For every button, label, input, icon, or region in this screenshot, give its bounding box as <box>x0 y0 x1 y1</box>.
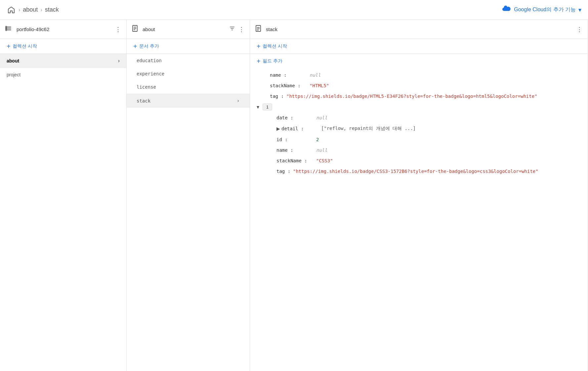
field-id: id : 2 <box>250 134 588 145</box>
field-value-detail: ["reflow, repaint의 개념에 대해 ...] <box>321 126 416 132</box>
main-content: portfolio-49c62 ⋮ + 컬렉션 시작 about › proje… <box>0 20 588 371</box>
field-name-1: name : null <box>250 145 588 155</box>
panel1-title: portfolio-49c62 <box>17 26 112 32</box>
collapse-arrow-icon[interactable]: ▾ <box>257 104 259 110</box>
collection-project-label: project <box>7 72 21 77</box>
field-value-id: 2 <box>316 137 319 142</box>
breadcrumb-sep2: › <box>40 7 42 13</box>
breadcrumb-about[interactable]: about <box>23 6 38 13</box>
panel2-header: about ⋮ <box>127 20 250 39</box>
panel1-kebab-icon[interactable]: ⋮ <box>115 26 121 33</box>
field-value-tag-1: "https://img.shields.io/badge/CSS3-1572B… <box>293 169 538 174</box>
svg-rect-15 <box>256 25 261 31</box>
stack-doc-icon <box>255 25 261 33</box>
field-stackname-1: stackName : "CSS3" <box>250 155 588 166</box>
doc-education-label: education <box>137 58 162 63</box>
doc-license-label: license <box>137 84 156 90</box>
collection-about-label: about <box>7 58 19 63</box>
add-document-btn[interactable]: + 문서 추가 <box>127 39 250 54</box>
field-date: date : null <box>250 112 588 123</box>
doc-item-license[interactable]: license <box>127 80 250 94</box>
field-tag-1: tag : "https://img.shields.io/badge/CSS3… <box>250 166 588 177</box>
collection-item-project[interactable]: project <box>0 68 126 82</box>
chevron-right-icon: › <box>118 58 120 64</box>
panel2-title: about <box>143 26 226 32</box>
field-value-date: null <box>316 115 327 120</box>
breadcrumb: › about › stack <box>19 6 59 13</box>
cloud-chevron-icon[interactable]: ▾ <box>578 6 581 14</box>
cloud-feature-label[interactable]: Google Cloud의 추가 기능 <box>514 6 576 13</box>
panel2-kebab-icon[interactable]: ⋮ <box>238 26 244 33</box>
add-document-label: 문서 추가 <box>139 43 159 49</box>
panel3-body: + 컬렉션 시작 + 필드 추가 name : null stackName :… <box>250 39 588 371</box>
field-value-name-top: null <box>310 72 321 78</box>
doc-item-experience[interactable]: experience <box>127 67 250 80</box>
field-key-name-top: name : <box>270 72 310 78</box>
collapse-row-1: ▾ 1 <box>250 102 588 112</box>
add-field-label: 필드 추가 <box>263 58 282 64</box>
panel3-title: stack <box>266 26 573 32</box>
doc-item-stack[interactable]: stack › <box>127 94 250 108</box>
field-value-stackname: "HTML5" <box>310 83 329 88</box>
field-value-tag-top: "https://img.shields.io/badge/HTML5-E34F… <box>286 94 537 99</box>
add-subcollection-btn[interactable]: + 컬렉션 시작 <box>250 39 588 54</box>
field-tag-top: tag : "https://img.shields.io/badge/HTML… <box>250 91 588 102</box>
add-collection-btn[interactable]: + 컬렉션 시작 <box>0 39 126 54</box>
plus-icon: + <box>7 43 11 50</box>
field-key-stackname-1: stackName : <box>276 158 316 163</box>
panel-collections: portfolio-49c62 ⋮ + 컬렉션 시작 about › proje… <box>0 20 127 371</box>
document-icon <box>132 25 138 33</box>
panel2-filter-icon[interactable] <box>229 25 235 33</box>
collection-item-about[interactable]: about › <box>0 54 126 68</box>
home-icon[interactable] <box>7 5 16 15</box>
panel-fields: stack ⋮ + 컬렉션 시작 + 필드 추가 name : null sta… <box>250 20 588 371</box>
collections-list-icon <box>5 25 12 33</box>
plus-icon2: + <box>133 43 137 50</box>
panel3-header: stack ⋮ <box>250 20 588 39</box>
cloud-icon <box>502 6 511 14</box>
field-key-id: id : <box>276 137 316 142</box>
field-key-name-1: name : <box>276 147 316 153</box>
add-collection-label2: 컬렉션 시작 <box>263 43 287 49</box>
breadcrumb-stack[interactable]: stack <box>45 6 59 13</box>
breadcrumb-sep1: › <box>19 7 20 13</box>
field-key-tag-top: tag : <box>270 94 286 99</box>
field-key-date: date : <box>276 115 316 120</box>
doc-item-education[interactable]: education <box>127 54 250 67</box>
plus-icon4: + <box>257 58 261 64</box>
panel-documents: about ⋮ + 문서 추가 education experience <box>127 20 250 371</box>
panel1-body: + 컬렉션 시작 about › project <box>0 39 126 371</box>
doc-stack-chevron-icon: › <box>236 98 240 104</box>
plus-icon3: + <box>257 43 261 50</box>
panel1-header: portfolio-49c62 ⋮ <box>0 20 126 39</box>
field-key-tag-1: tag : <box>276 169 293 174</box>
field-detail: ▶ detail : ["reflow, repaint의 개념에 대해 ...… <box>250 123 588 134</box>
topbar-right: Google Cloud의 추가 기능 ▾ <box>502 6 581 14</box>
topbar: › about › stack Google Cloud의 추가 기능 ▾ <box>0 0 588 20</box>
field-value-stackname-1: "CSS3" <box>316 158 333 163</box>
doc-stack-label: stack <box>137 98 150 103</box>
field-key-detail: detail : <box>281 126 321 131</box>
field-value-name-1: null <box>316 147 327 153</box>
panel2-body: + 문서 추가 education experience license sta… <box>127 39 250 371</box>
expand-arrow-icon[interactable]: ▶ <box>276 126 280 131</box>
doc-experience-label: experience <box>137 71 164 76</box>
field-name-top: name : null <box>250 68 588 80</box>
panel3-kebab-icon[interactable]: ⋮ <box>576 26 582 33</box>
add-field-btn[interactable]: + 필드 추가 <box>250 54 588 68</box>
add-collection-label: 컬렉션 시작 <box>13 43 37 49</box>
field-stackname-top: stackName : "HTML5" <box>250 80 588 91</box>
topbar-left: › about › stack <box>7 5 59 15</box>
field-key-stackname: stackName : <box>270 83 310 88</box>
index-badge-1: 1 <box>263 103 272 110</box>
